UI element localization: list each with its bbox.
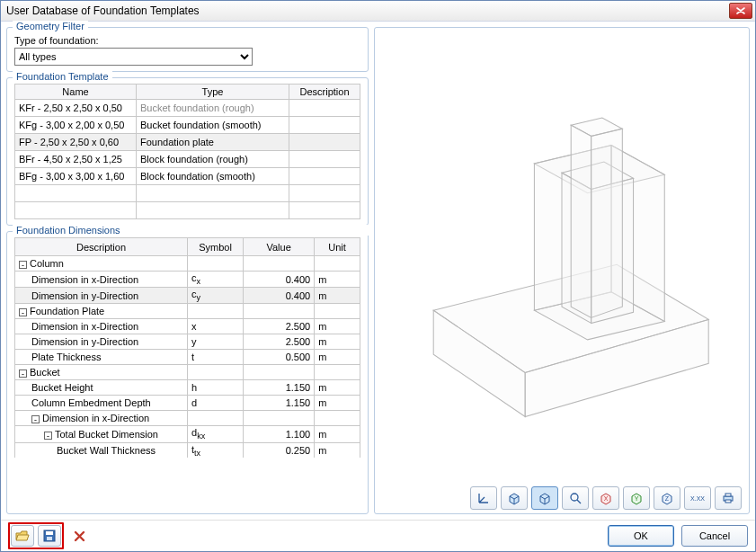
- tree-leaf-row[interactable]: Dimension in y-Directioncy0.400m: [15, 288, 360, 304]
- table-row[interactable]: KFg - 3,00 x 2,00 x 0,50Bucket foundatio…: [15, 117, 360, 134]
- dim-value-cell[interactable]: 2.500: [244, 319, 315, 334]
- view-y-icon[interactable]: Y: [623, 486, 650, 510]
- tree-leaf-row[interactable]: Dimension in y-Directiony2.500m: [15, 334, 360, 350]
- view-x-icon: X: [599, 491, 613, 505]
- type-of-foundation-select[interactable]: All types: [14, 48, 253, 66]
- tree-toggle-icon[interactable]: -: [19, 261, 27, 269]
- geometry-filter-label: Geometry Filter: [13, 21, 88, 31]
- svg-rect-27: [46, 531, 53, 535]
- template-table[interactable]: Name Type Description KFr - 2,50 x 2,50 …: [14, 84, 360, 185]
- search-cube-icon: [568, 491, 583, 505]
- template-table-header: Name Type Description: [15, 85, 360, 100]
- tree-leaf-row[interactable]: Dimension in x-Directionx2.500m: [15, 319, 360, 334]
- axes-tool-icon[interactable]: [470, 486, 497, 510]
- dim-unit-cell: [315, 256, 360, 272]
- tree-toggle-icon[interactable]: -: [44, 432, 52, 440]
- dim-value-cell[interactable]: 0.250: [244, 442, 315, 458]
- dim-value-cell[interactable]: 1.150: [244, 396, 315, 411]
- dim-unit-cell: m: [315, 272, 360, 288]
- dim-symbol-cell: [188, 256, 244, 272]
- svg-text:Z: Z: [665, 495, 670, 502]
- ok-button[interactable]: OK: [608, 525, 674, 547]
- dimensions-table-header: Description Symbol Value Unit: [15, 238, 360, 256]
- dim-description-cell: Plate Thickness: [15, 350, 188, 365]
- delete-button[interactable]: [67, 525, 91, 547]
- print-icon[interactable]: [715, 486, 742, 510]
- dim-value-cell[interactable]: 1.150: [244, 380, 315, 396]
- window-close-button[interactable]: [729, 3, 752, 19]
- dim-symbol-cell: cy: [188, 288, 244, 304]
- preview-panel: XYZX.XX: [374, 27, 750, 514]
- dim-unit-cell: m: [315, 380, 360, 396]
- tree-group-row[interactable]: -Dimension in x-Direction: [15, 411, 360, 426]
- dim-value-cell[interactable]: 0.500: [244, 350, 315, 365]
- tree-leaf-row[interactable]: Dimension in x-Directioncx0.400m: [15, 272, 360, 288]
- template-name-cell: BFg - 3,00 x 3,00 x 1,60: [15, 168, 137, 185]
- table-row[interactable]: [15, 185, 360, 202]
- dim-unit-cell: m: [315, 426, 360, 442]
- close-icon: [736, 7, 745, 14]
- foundation-dimensions-group: Foundation Dimensions Description Symbol…: [6, 231, 369, 514]
- preview-3d-view[interactable]: [378, 31, 745, 479]
- tree-toggle-icon[interactable]: -: [31, 415, 40, 423]
- table-row[interactable]: BFr - 4,50 x 2,50 x 1,25Block foundation…: [15, 151, 360, 168]
- dim-value-cell[interactable]: 1.100: [244, 426, 315, 442]
- dialog-footer: OK Cancel: [1, 520, 755, 551]
- view-x-icon[interactable]: X: [592, 486, 619, 510]
- dim-value-cell[interactable]: 0.400: [244, 288, 315, 304]
- tree-group-row[interactable]: -Column: [15, 256, 360, 272]
- dim-value-cell[interactable]: 0.400: [244, 272, 315, 288]
- dim-unit-cell: m: [315, 350, 360, 365]
- cube-shaded-icon[interactable]: [531, 486, 558, 510]
- dim-description-cell: -Column: [15, 256, 188, 272]
- title-bar: User Database of Foundation Templates: [1, 1, 755, 22]
- svg-text:X.XX: X.XX: [690, 495, 705, 502]
- geometry-filter-group: Geometry Filter Type of foundation: All …: [6, 27, 369, 72]
- template-desc-cell: [289, 151, 360, 168]
- view-z-icon[interactable]: Z: [654, 486, 680, 510]
- save-file-button[interactable]: [38, 525, 61, 547]
- table-row[interactable]: [15, 202, 360, 219]
- template-type-cell: Foundation plate: [137, 134, 289, 151]
- dim-symbol-cell: y: [188, 334, 244, 350]
- table-row[interactable]: FP - 2,50 x 2,50 x 0,60Foundation plate: [15, 134, 360, 151]
- dim-description-cell: -Total Bucket Dimension: [15, 426, 188, 442]
- table-row[interactable]: KFr - 2,50 x 2,50 x 0,50Bucket foundatio…: [15, 100, 360, 117]
- dim-value-cell: [244, 365, 315, 380]
- template-name-cell: BFr - 4,50 x 2,50 x 1,25: [15, 151, 137, 168]
- tree-toggle-icon[interactable]: -: [19, 308, 27, 316]
- dim-unit-cell: [315, 365, 360, 380]
- dim-description-cell: Bucket Wall Thickness: [15, 442, 188, 458]
- dim-description-cell: -Foundation Plate: [15, 304, 188, 319]
- tree-group-row[interactable]: -Bucket: [15, 365, 360, 380]
- dimensions-scroll[interactable]: Description Symbol Value Unit -ColumnDim…: [14, 237, 360, 458]
- cube-iso-icon[interactable]: [501, 486, 528, 510]
- highlighted-tools: [8, 522, 64, 549]
- dim-unit-cell: m: [315, 442, 360, 458]
- dim-value-cell[interactable]: 2.500: [244, 334, 315, 350]
- search-cube-icon[interactable]: [562, 486, 589, 510]
- table-row[interactable]: BFg - 3,00 x 3,00 x 1,60Block foundation…: [15, 168, 360, 185]
- tree-leaf-row[interactable]: Bucket Heighth1.150m: [15, 380, 360, 396]
- template-type-cell: Block foundation (smooth): [137, 168, 289, 185]
- dimensions-table[interactable]: Description Symbol Value Unit -ColumnDim…: [14, 237, 360, 458]
- delete-icon: [74, 530, 85, 542]
- dim-description-cell: -Dimension in x-Direction: [15, 411, 188, 426]
- axes-tool-icon: [476, 491, 491, 505]
- open-file-button[interactable]: [11, 525, 34, 547]
- tree-toggle-icon[interactable]: -: [19, 369, 27, 378]
- tree-leaf-row[interactable]: Column Embedment Depthd1.150m: [15, 396, 360, 411]
- template-desc-cell: [289, 168, 360, 185]
- tree-group-row[interactable]: -Total Bucket Dimensiondkx1.100m: [15, 426, 360, 442]
- template-desc-cell: [289, 117, 360, 134]
- tree-leaf-row[interactable]: Plate Thicknesst0.500m: [15, 350, 360, 365]
- cube-iso-icon: [507, 491, 521, 505]
- template-desc-cell: [289, 134, 360, 151]
- dim-description-cell: Column Embedment Depth: [15, 396, 188, 411]
- dimension-label-icon[interactable]: X.XX: [684, 486, 711, 510]
- template-name-cell: KFr - 2,50 x 2,50 x 0,50: [15, 100, 137, 117]
- tree-leaf-row[interactable]: Bucket Wall Thicknessttx0.250m: [15, 442, 360, 458]
- tree-group-row[interactable]: -Foundation Plate: [15, 304, 360, 319]
- dim-unit-cell: m: [315, 319, 360, 334]
- cancel-button[interactable]: Cancel: [681, 525, 748, 547]
